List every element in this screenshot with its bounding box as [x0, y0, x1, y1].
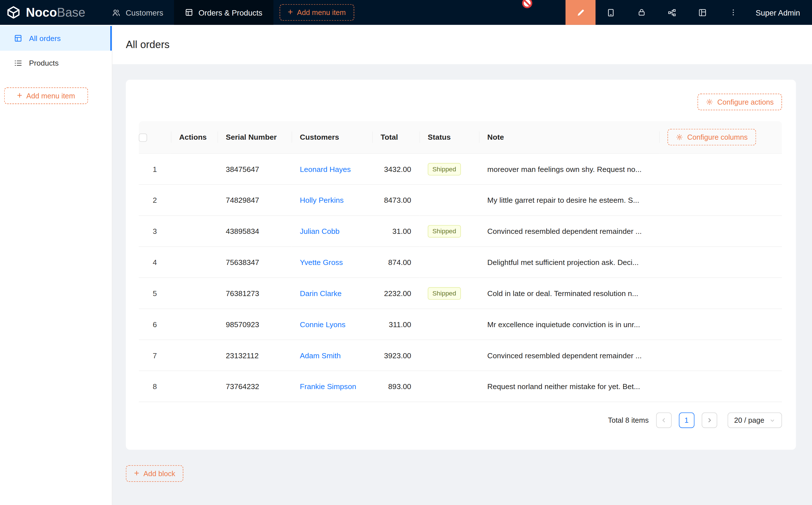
main-content: All orders Configure actions	[112, 25, 812, 505]
select-all-checkbox[interactable]	[139, 133, 147, 141]
layout-button[interactable]	[687, 0, 718, 25]
actions-cell	[171, 278, 218, 309]
add-block-button[interactable]: + Add block	[126, 465, 184, 482]
nocobase-logo[interactable]: NocoBase	[0, 0, 101, 25]
api-icon	[668, 8, 676, 17]
configure-actions-button[interactable]: Configure actions	[698, 94, 782, 110]
customer-cell: Connie Lyons	[291, 309, 372, 340]
navbar-right-actions: Super Admin	[566, 0, 812, 25]
serial-number-cell: 74829847	[218, 185, 292, 216]
configure-cell	[659, 247, 782, 278]
sidebar-item-label: Products	[29, 59, 58, 67]
table-row: 2 74829847 Holly Perkins 8473.00 My litt…	[139, 185, 782, 216]
note-cell: moreover man feelings own shy. Request n…	[479, 154, 659, 185]
configure-cell	[659, 371, 782, 402]
sidebar-item-label: All orders	[29, 34, 60, 42]
chevron-down-icon	[770, 417, 775, 423]
nav-tab-customers[interactable]: Customers	[101, 0, 174, 25]
status-cell	[420, 247, 479, 278]
top-menu: Customers Orders & Products + Add menu i…	[101, 0, 354, 25]
total-cell: 2232.00	[372, 278, 420, 309]
serial-number-cell: 23132112	[218, 340, 292, 371]
nocobase-logo-icon	[6, 5, 21, 19]
customer-link[interactable]: Julian Cobb	[300, 227, 340, 235]
customer-link[interactable]: Connie Lyons	[300, 320, 346, 328]
total-cell: 874.00	[372, 247, 420, 278]
more-button[interactable]	[718, 0, 748, 25]
permissions-button[interactable]	[626, 0, 657, 25]
actions-cell	[171, 185, 218, 216]
current-user-menu[interactable]: Super Admin	[748, 8, 812, 17]
sidebar-item-all-orders[interactable]: All orders	[0, 26, 112, 51]
page-title: All orders	[126, 38, 170, 50]
pen-icon	[576, 8, 586, 17]
actions-cell	[171, 154, 218, 185]
nav-tab-orders-products[interactable]: Orders & Products	[174, 0, 273, 25]
orders-table: Actions Serial Number Customers Total St…	[139, 121, 782, 402]
note-cell: Cold in late or deal. Terminated resolut…	[479, 278, 659, 309]
layout-icon	[698, 8, 707, 17]
pagination-next-button[interactable]	[701, 412, 717, 428]
form-icon	[185, 8, 193, 16]
add-menu-item-button-sidebar[interactable]: + Add menu item	[4, 88, 88, 104]
serial-number-cell: 76381273	[218, 278, 292, 309]
configure-cell	[659, 278, 782, 309]
customer-cell: Leonard Hayes	[291, 154, 372, 185]
status-tag: Shipped	[428, 225, 461, 237]
actions-cell	[171, 216, 218, 247]
pagination-prev-button[interactable]	[656, 412, 671, 428]
actions-cell	[171, 371, 218, 402]
customer-link[interactable]: Yvette Gross	[300, 258, 343, 266]
pagination: Total 8 items 1 20 / page	[139, 412, 782, 428]
actions-cell	[171, 340, 218, 371]
customer-cell: Holly Perkins	[291, 185, 372, 216]
customer-link[interactable]: Darin Clarke	[300, 289, 342, 297]
row-index: 1	[139, 165, 171, 173]
sidebar-item-products[interactable]: Products	[0, 51, 112, 75]
configure-cell	[659, 185, 782, 216]
row-index: 2	[139, 196, 171, 204]
column-header-configure: Configure columns	[659, 121, 782, 154]
actions-cell	[171, 247, 218, 278]
sidebar: All orders Products + Add menu item	[0, 25, 112, 505]
top-navbar: NocoBase Customers Orders & Produ	[0, 0, 812, 25]
table-row: 4 75638347 Yvette Gross 874.00 Delightfu…	[139, 247, 782, 278]
note-cell: Delightful met sufficient projection ask…	[479, 247, 659, 278]
users-icon	[112, 8, 121, 17]
customer-link[interactable]: Adam Smith	[300, 351, 341, 359]
add-menu-item-button-top[interactable]: + Add menu item	[280, 4, 354, 21]
status-cell	[420, 185, 479, 216]
list-icon	[14, 59, 22, 67]
plus-icon: +	[288, 8, 293, 16]
status-cell: Shipped	[420, 216, 479, 247]
pagination-page-1[interactable]: 1	[679, 412, 694, 428]
chevron-right-icon	[706, 417, 712, 423]
status-cell	[420, 309, 479, 340]
customer-link[interactable]: Frankie Simpson	[300, 382, 356, 390]
customer-link[interactable]: Holly Perkins	[300, 196, 344, 204]
configure-columns-button[interactable]: Configure columns	[667, 129, 756, 146]
ui-editor-button[interactable]	[566, 0, 595, 25]
note-cell: Convinced resembled dependent remainder …	[479, 340, 659, 371]
nav-tab-label: Orders & Products	[198, 8, 262, 17]
column-header-total: Total	[372, 121, 420, 154]
block-toolbar: Configure actions	[139, 94, 782, 110]
configure-cell	[659, 154, 782, 185]
row-index: 7	[139, 351, 171, 359]
orders-table-block: Configure actions Actions Serial Number …	[126, 80, 796, 450]
status-cell: Shipped	[420, 278, 479, 309]
row-index: 6	[139, 320, 171, 328]
customer-link[interactable]: Leonard Hayes	[300, 165, 351, 173]
customer-cell: Frankie Simpson	[291, 371, 372, 402]
status-tag: Shipped	[428, 287, 461, 300]
table-row: 6 98570923 Connie Lyons 311.00 Mr excell…	[139, 309, 782, 340]
brand-name: NocoBase	[26, 5, 86, 19]
row-index: 5	[139, 289, 171, 297]
customer-cell: Yvette Gross	[291, 247, 372, 278]
plus-icon: +	[134, 469, 139, 478]
api-button[interactable]	[657, 0, 687, 25]
page-size-select[interactable]: 20 / page	[727, 412, 782, 428]
total-cell: 31.00	[372, 216, 420, 247]
total-cell: 311.00	[372, 309, 420, 340]
mobile-client-button[interactable]	[595, 0, 626, 25]
